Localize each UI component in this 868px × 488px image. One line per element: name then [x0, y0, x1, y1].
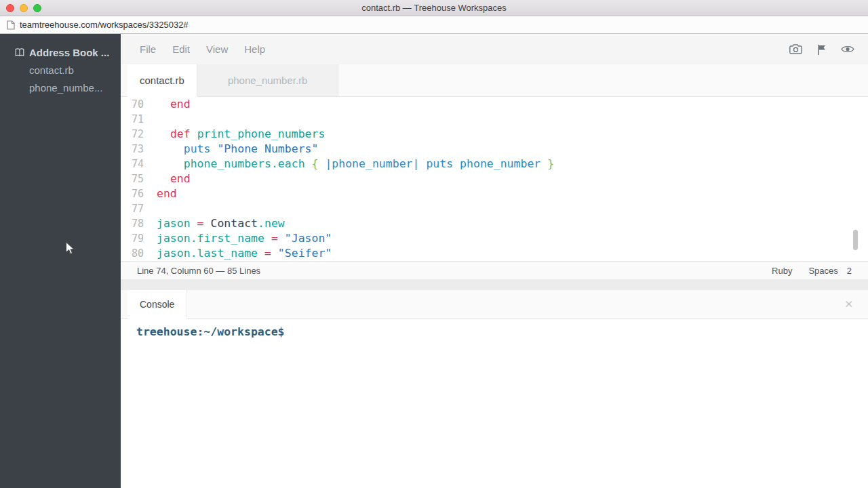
console-tabbar: Console ✕ — [121, 290, 868, 319]
project-name: Address Book ... — [29, 47, 109, 58]
code-text: jason.first_name = "Jason" — [144, 231, 332, 246]
line-number: 80 — [121, 246, 144, 261]
sidebar-item-phone-number-rb[interactable]: phone_numbe... — [0, 79, 121, 96]
line-number: 74 — [121, 157, 144, 171]
editor-scrollbar-thumb[interactable] — [853, 230, 858, 250]
workspace-main: File Edit View Help — [121, 34, 868, 488]
panel-divider — [121, 279, 868, 290]
line-number: 72 — [121, 127, 144, 142]
close-icon: ✕ — [844, 298, 853, 310]
close-window-button[interactable] — [6, 4, 14, 12]
sidebar-item-contact-rb[interactable]: contact.rb — [0, 61, 121, 79]
tab-phone-number-rb[interactable]: phone_number.rb — [197, 64, 339, 96]
line-number: 73 — [121, 142, 144, 157]
url-text[interactable]: teamtreehouse.com/workspaces/3325032# — [20, 20, 189, 30]
code-line[interactable]: 77 — [121, 201, 868, 216]
code-line[interactable]: 72 def print_phone_numbers — [121, 127, 868, 142]
eye-icon-button[interactable] — [841, 45, 854, 54]
line-number: 77 — [121, 201, 144, 216]
code-line[interactable]: 80jason.last_name = "Seifer" — [121, 246, 868, 261]
flag-icon — [817, 44, 826, 55]
cursor-position: Line 74, Column 60 — 85 Lines — [137, 266, 260, 276]
spaces-value[interactable]: 2 — [847, 266, 852, 276]
code-text: jason = Contact.new — [144, 216, 285, 231]
code-line[interactable]: 71 — [121, 112, 868, 127]
code-text: def print_phone_numbers — [144, 127, 325, 142]
camera-icon-button[interactable] — [789, 44, 802, 54]
page-icon — [7, 20, 15, 30]
code-text: end — [144, 171, 191, 186]
code-text — [144, 201, 157, 216]
line-number: 76 — [121, 186, 144, 201]
url-bar[interactable]: teamtreehouse.com/workspaces/3325032# — [0, 16, 868, 34]
menu-item-view[interactable]: View — [206, 43, 228, 55]
code-line[interactable]: 73 puts "Phone Numbers" — [121, 142, 868, 157]
titlebar: contact.rb — Treehouse Workspaces — [0, 0, 868, 16]
editor-tabbar: contact.rb phone_number.rb — [121, 64, 868, 97]
tab-console[interactable]: Console — [127, 290, 187, 319]
code-line[interactable]: 79jason.first_name = "Jason" — [121, 231, 868, 246]
code-line[interactable]: 70 end — [121, 97, 868, 112]
menubar: File Edit View Help — [121, 34, 868, 64]
code-text — [144, 112, 157, 127]
tab-contact-rb[interactable]: contact.rb — [127, 64, 197, 97]
file-sidebar: Address Book ... contact.rb phone_numbe.… — [0, 34, 121, 488]
terminal-prompt: treehouse:~/workspace$ — [136, 325, 285, 338]
minimize-window-button[interactable] — [20, 4, 28, 12]
eye-icon — [841, 45, 854, 54]
code-text: end — [144, 97, 191, 112]
code-line[interactable]: 74 phone_numbers.each { |phone_number| p… — [121, 157, 868, 171]
code-text: jason.last_name = "Seifer" — [144, 246, 332, 261]
code-text: puts "Phone Numbers" — [144, 142, 318, 157]
zoom-window-button[interactable] — [33, 4, 41, 12]
terminal[interactable]: treehouse:~/workspace$ — [121, 319, 868, 488]
menu-item-file[interactable]: File — [140, 43, 156, 55]
book-icon — [15, 48, 24, 57]
window-title: contact.rb — Treehouse Workspaces — [0, 3, 868, 13]
language-indicator[interactable]: Ruby — [772, 266, 792, 276]
flag-icon-button[interactable] — [817, 44, 826, 55]
line-number: 79 — [121, 231, 144, 246]
line-number: 70 — [121, 97, 144, 112]
code-text: end — [144, 186, 177, 201]
line-number: 78 — [121, 216, 144, 231]
code-line[interactable]: 76end — [121, 186, 868, 201]
menu-item-edit[interactable]: Edit — [172, 43, 190, 55]
console-close-button[interactable]: ✕ — [844, 298, 868, 310]
toolbar-icons — [789, 44, 854, 55]
sidebar-project[interactable]: Address Book ... — [0, 43, 121, 61]
spaces-label[interactable]: Spaces — [808, 266, 837, 276]
window-controls — [6, 4, 41, 12]
code-editor[interactable]: 70 end7172 def print_phone_numbers73 put… — [121, 97, 868, 261]
camera-icon — [789, 44, 802, 54]
browser-window: contact.rb — Treehouse Workspaces teamtr… — [0, 0, 868, 488]
code-line[interactable]: 75 end — [121, 171, 868, 186]
line-number: 75 — [121, 171, 144, 186]
menu-item-help[interactable]: Help — [244, 43, 265, 55]
line-number: 71 — [121, 112, 144, 127]
code-text: phone_numbers.each { |phone_number| puts… — [144, 157, 554, 171]
editor-statusbar: Line 74, Column 60 — 85 Lines Ruby Space… — [121, 261, 868, 279]
code-line[interactable]: 78jason = Contact.new — [121, 216, 868, 231]
code-lines: 70 end7172 def print_phone_numbers73 put… — [121, 97, 868, 261]
